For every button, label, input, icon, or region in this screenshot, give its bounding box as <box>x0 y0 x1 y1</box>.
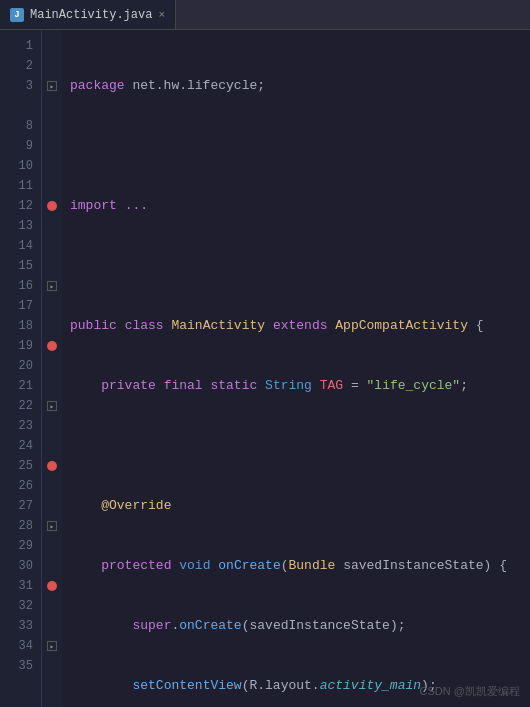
code-line-3: import ... <box>70 196 530 216</box>
fold-icon-22[interactable]: ▸ <box>47 401 57 411</box>
line-numbers: 1 2 3 8 9 10 11 12 13 14 15 16 17 18 19 … <box>0 30 42 707</box>
fold-icon-16[interactable]: ▸ <box>47 281 57 291</box>
code-line-gap <box>70 256 530 276</box>
watermark: CSDN @凯凯爱编程 <box>420 684 520 699</box>
tab-filename: MainActivity.java <box>30 8 152 22</box>
fold-icon-34[interactable]: ▸ <box>47 641 57 651</box>
code-line-11: @Override <box>70 496 530 516</box>
breakpoint-31[interactable] <box>47 581 57 591</box>
tab-bar: J MainActivity.java × <box>0 0 530 30</box>
editor-area: 1 2 3 8 9 10 11 12 13 14 15 16 17 18 19 … <box>0 30 530 707</box>
code-line-8: public class MainActivity extends AppCom… <box>70 316 530 336</box>
breakpoint-25[interactable] <box>47 461 57 471</box>
code-line-2 <box>70 136 530 156</box>
code-line-10 <box>70 436 530 456</box>
breakpoint-12[interactable] <box>47 201 57 211</box>
tab-close-button[interactable]: × <box>158 9 165 21</box>
fold-icon-28[interactable]: ▸ <box>47 521 57 531</box>
java-file-icon: J <box>10 8 24 22</box>
code-line-12: protected void onCreate(Bundle savedInst… <box>70 556 530 576</box>
fold-icon-3[interactable]: ▸ <box>47 81 57 91</box>
tab-mainactivity[interactable]: J MainActivity.java × <box>0 0 176 29</box>
code-editor[interactable]: package net.hw.lifecycle; import ... pub… <box>62 30 530 707</box>
code-line-1: package net.hw.lifecycle; <box>70 76 530 96</box>
code-line-13: super.onCreate(savedInstanceState); <box>70 616 530 636</box>
gutter: ▸ ▸ ▸ ▸ ▸ <box>42 30 62 707</box>
breakpoint-19[interactable] <box>47 341 57 351</box>
code-line-9: private final static String TAG = "life_… <box>70 376 530 396</box>
